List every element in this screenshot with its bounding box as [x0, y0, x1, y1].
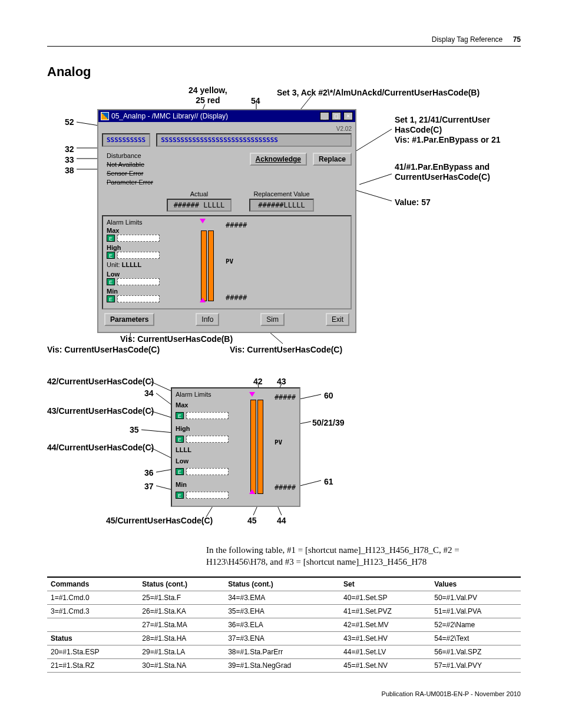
table-cell: 27=#1.Sta.MA — [138, 618, 224, 631]
table-cell: 45=#1.Set.NV — [340, 658, 431, 672]
table-cell: Status — [47, 631, 138, 645]
acknowledge-button[interactable]: Acknowledge — [250, 153, 307, 166]
label-actual: Actual — [167, 190, 232, 197]
footer-publication: Publication RA-UM001B-EN-P - November 20… — [47, 690, 521, 697]
dialog-analog-input: 05_AnaInp - /MMC Library// (Display) _ □… — [97, 109, 356, 333]
table-cell: 51=#1.Val.PVA — [431, 604, 521, 618]
table-cell: 30=#1.Sta.NA — [138, 658, 224, 672]
hash-bottom-2: ##### — [275, 483, 296, 492]
table-cell: 54=#2\Text — [431, 631, 521, 645]
table-cell: 26=#1.Sta.KA — [138, 604, 224, 618]
table-cell: 38=#1.Sta.ParErr — [224, 645, 340, 658]
tags-reference-table: CommandsStatus (cont.)Status (cont.)SetV… — [47, 577, 521, 673]
high-field[interactable] — [117, 252, 160, 259]
dialog-title: 05_AnaInp - /MMC Library// (Display) — [111, 112, 228, 120]
label-max-2: Max — [176, 401, 188, 409]
exit-button[interactable]: Exit — [326, 313, 349, 326]
column-header: Status (cont.) — [138, 577, 224, 591]
table-cell: 37=#3.ENA — [224, 631, 340, 645]
min-field[interactable] — [117, 295, 160, 302]
table-cell: 25=#1.Sta.F — [138, 591, 224, 604]
table-cell: 40=#1.Set.SP — [340, 591, 431, 604]
status-parameter-error: Parameter Error — [107, 178, 244, 187]
label-high: High — [107, 244, 121, 251]
status-disturbance: Disturbance — [107, 151, 244, 160]
table-row: Status28=#1.Sta.HA37=#3.ENA43=#1.Set.HV5… — [47, 631, 521, 645]
column-header: Set — [340, 577, 431, 591]
table-cell: 39=#1.Sta.NegGrad — [224, 658, 340, 672]
column-header: Values — [431, 577, 521, 591]
alarm-limits-panel: Alarm Limits Max E High E Unit: LLLLL Lo… — [102, 215, 352, 309]
alarm-limits-title-2: Alarm Limits — [176, 391, 244, 398]
field-s2: SSSSSSSSSSSSSSSSSSSSSSSSSSSSSS — [156, 133, 352, 147]
e-indicator-high-2: E — [176, 436, 184, 443]
label-low: Low — [107, 271, 120, 278]
minimize-icon[interactable]: _ — [320, 112, 329, 120]
section-title: Display Tag Reference — [432, 35, 503, 44]
field-s1: SSSSSSSSSS — [102, 133, 150, 147]
version-label: V2.02 — [102, 126, 352, 132]
alarm-limits-title: Alarm Limits — [107, 219, 195, 226]
column-header: Status (cont.) — [224, 577, 340, 591]
table-cell: 35=#3.EHA — [224, 604, 340, 618]
llll-label: LLLL — [176, 446, 244, 453]
page-number: 75 — [513, 35, 521, 44]
page-header: Display Tag Reference 75 — [47, 35, 521, 47]
table-cell: 42=#1.Set.MV — [340, 618, 431, 631]
table-row: 21=#1.Sta.RZ30=#1.Sta.NA39=#1.Sta.NegGra… — [47, 658, 521, 672]
svg-line-8 — [359, 174, 392, 185]
e-indicator-max: E — [107, 235, 115, 242]
table-row: 3=#1.Cmd.326=#1.Sta.KA35=#3.EHA41=#1.Set… — [47, 604, 521, 618]
info-button[interactable]: Info — [196, 313, 219, 326]
min-field-2[interactable] — [186, 492, 229, 499]
figure-2: 42/CurrentUserHasCode(C) 43/CurrentUserH… — [47, 371, 524, 542]
alarm-limits-zoom-panel: Alarm Limits Max E High E LLLL Low E Min… — [171, 387, 300, 507]
label-low-2: Low — [176, 457, 189, 465]
app-icon — [101, 112, 109, 120]
high-field-2[interactable] — [186, 436, 229, 443]
table-cell: 50=#1.Val.PV — [431, 591, 521, 604]
sim-button[interactable]: Sim — [260, 313, 285, 326]
label-unit: Unit: — [107, 261, 120, 268]
figure-1: 24 yellow, 25 red 54 Set 3, Ack #2\*/Alm… — [47, 85, 524, 368]
label-high-2: High — [176, 425, 190, 432]
hash-top: ##### — [226, 221, 247, 229]
figure-caption: In the following table, #1 = [shortcut n… — [206, 544, 521, 568]
status-sensor-error: Sensor Error — [107, 169, 244, 178]
label-min-2: Min — [176, 481, 187, 488]
e-indicator-high: E — [107, 252, 115, 259]
replace-button[interactable]: Replace — [313, 153, 352, 166]
hash-bottom: ##### — [226, 294, 247, 302]
table-cell: 41=#1.Set.PVZ — [340, 604, 431, 618]
max-field-2[interactable] — [186, 412, 229, 419]
table-cell: 20=#1.Sta.ESP — [47, 645, 138, 658]
table-cell: 36=#3.ELA — [224, 618, 340, 631]
hash-top-2: ##### — [275, 393, 296, 401]
label-replacement: Replacement Value — [249, 190, 314, 197]
table-cell: 52=#2\Name — [431, 618, 521, 631]
table-row: 27=#1.Sta.MA36=#3.ELA42=#1.Set.MV52=#2\N… — [47, 618, 521, 631]
label-max: Max — [107, 227, 119, 234]
low-field[interactable] — [117, 278, 160, 285]
e-indicator-max-2: E — [176, 412, 184, 419]
table-cell: 56=#1.Val.SPZ — [431, 645, 521, 658]
page-title: Analog — [47, 64, 521, 80]
e-indicator-low-2: E — [176, 468, 184, 475]
table-cell: 43=#1.Set.HV — [340, 631, 431, 645]
e-indicator-low: E — [107, 278, 115, 285]
table-cell: 28=#1.Sta.HA — [138, 631, 224, 645]
maximize-icon[interactable]: □ — [332, 112, 341, 120]
label-pv: PV — [226, 258, 247, 265]
table-cell: 34=#3.EMA — [224, 591, 340, 604]
table-cell: 3=#1.Cmd.3 — [47, 604, 138, 618]
e-indicator-min: E — [107, 295, 115, 302]
table-cell: 44=#1.Set.LV — [340, 645, 431, 658]
table-cell: 1=#1.Cmd.0 — [47, 591, 138, 604]
max-field[interactable] — [117, 235, 160, 242]
dialog-titlebar: 05_AnaInp - /MMC Library// (Display) _ □… — [98, 110, 355, 122]
low-field-2[interactable] — [186, 468, 229, 475]
table-cell: 21=#1.Sta.RZ — [47, 658, 138, 672]
parameters-button[interactable]: Parameters — [104, 313, 154, 326]
table-cell: 57=#1.Val.PVY — [431, 658, 521, 672]
close-icon[interactable]: × — [343, 112, 353, 120]
